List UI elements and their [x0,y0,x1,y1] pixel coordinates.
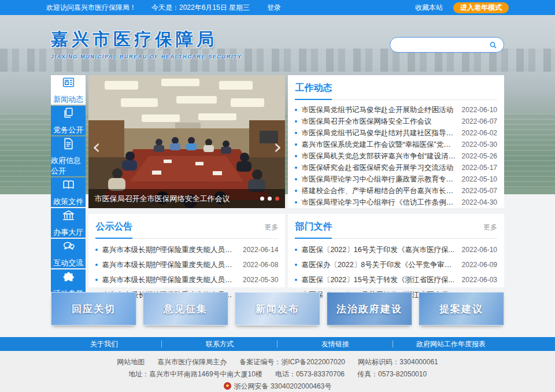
list-item[interactable]: 市医保局党组书记马俊华赴结对共建社区指导全国文...2022-06-02 [295,127,497,139]
list-item[interactable]: 嘉兴市本级长期护理保险重度失能人员名单公示（2...2022-06-14 [95,242,278,257]
list-item[interactable]: 嘉医保办〔2022〕8号关于印发《公平竞争审查...2022-06-09 [295,257,497,272]
banner-opinion-collection[interactable]: 意见征集 [143,292,228,326]
carousel-prev-icon[interactable]: ‹ [92,136,100,157]
bullet-icon [295,201,297,204]
carousel-photo [88,75,285,208]
quick-banner-row: 回应关切 意见征集 新闻发布 法治政府建设 提案建议 [51,292,504,326]
public-notices-section: 公示公告 更多 嘉兴市本级长期护理保险重度失能人员名单公示（2...2022-0… [88,214,285,287]
carousel-next-icon[interactable]: › [273,136,282,157]
document-icon [61,136,76,153]
sidebar-item-policy-files[interactable]: 政策文件 [51,177,86,207]
elder-mode-button[interactable]: 进入老年模式 [453,2,509,13]
list-item[interactable]: 嘉医保〔2022〕16号关于印发《嘉兴市医疗保...2022-06-10 [295,242,497,257]
sidebar-item-service-hall[interactable]: 办事大厅 [51,208,86,238]
fax-text: 传真：0573-82050010 [357,368,427,380]
item-date: 2022-05-26 [462,152,497,160]
list-item[interactable]: 市医保局机关党总支部获评嘉兴市争创“建设清廉机...2022-05-26 [295,150,497,162]
news-carousel[interactable]: ‹ › 市医保局召开全市医保网络安全工作会议 [88,75,285,208]
list-item[interactable]: 搭建校企合作、产学研相结合的平台嘉兴市长期护理...2022-05-07 [295,185,497,197]
footer-link-about[interactable]: 关于我们 [46,337,162,351]
favorite-site-link[interactable]: 收藏本站 [415,3,443,13]
sidebar-item-label: 办事大厅 [53,227,83,238]
item-date: 2022-06-10 [462,246,497,254]
bullet-icon [295,109,297,111]
carousel-dot-active[interactable] [275,197,279,201]
carousel-dot[interactable] [268,197,272,201]
footer-nav: 关于我们 联系方式 友情链接 政府网站工作年度报表 [0,337,555,351]
item-date: 2022-06-03 [462,276,497,284]
item-date: 2022-05-30 [243,276,278,284]
documents-more-link[interactable]: 更多 [483,223,497,232]
bullet-icon [295,120,297,123]
bank-icon [61,208,76,224]
bullet-icon [295,264,297,266]
item-title: 市医保局理论学习中心组举行《信访工作条例》专题... [301,198,456,208]
site-code: 网站标识码：3304000061 [358,356,438,368]
list-item[interactable]: 市医保研究会赴省医保研究会开展学习交流活动2022-05-17 [295,162,497,173]
bullet-icon [295,178,297,180]
item-date: 2022-05-10 [462,175,497,183]
bullet-icon [295,143,297,146]
carousel-dot[interactable] [260,197,264,201]
sidebar-item-label: 政策文件 [53,197,83,207]
carousel-caption[interactable]: 市医保局召开全市医保网络安全工作会议 [94,194,256,204]
topbar: 欢迎访问嘉兴市医疗保障局！ 今天是：2022年6月15日 星期三 登录 收藏本站… [0,0,555,15]
bullet-icon [295,167,297,169]
item-title: 市医保研究会赴省医保研究会开展学习交流活动 [301,163,456,173]
bullet-icon [295,249,297,251]
bullet-icon [95,264,98,266]
list-item[interactable]: 嘉医保〔2022〕15号关于转发《浙江省医疗保...2022-06-03 [295,272,497,287]
item-date: 2022-06-08 [243,261,278,269]
item-title: 嘉医保〔2022〕15号关于转发《浙江省医疗保... [301,275,456,285]
security-badge-icon [224,382,231,390]
list-item[interactable]: 市医保局召开全市医保网络安全工作会议2022-06-07 [295,116,497,127]
section-title-documents: 部门文件 [295,221,332,233]
footer-link-annual-report[interactable]: 政府网站工作年度报表 [393,337,509,351]
security-record-text: 浙公网安备 33040202000463号 [234,382,332,390]
bullet-icon [295,190,297,192]
newspaper-icon [61,75,76,91]
list-item[interactable]: 嘉兴市本级长期护理保险重度失能人员名单公示（2...2022-06-08 [95,257,278,272]
login-link[interactable]: 登录 [267,3,281,13]
footer-link-contact[interactable]: 联系方式 [162,337,278,351]
notices-more-link[interactable]: 更多 [264,223,278,232]
sidebar-item-party-affairs[interactable]: 党务公开 [51,106,86,135]
chat-icon [61,239,76,255]
banner-respond-concerns[interactable]: 回应关切 [51,292,136,326]
site-title: 嘉兴市医疗保障局 [51,28,242,51]
list-item[interactable]: 市医保局党组书记马俊华赴企开展助企纾困活动2022-06-10 [295,104,497,116]
item-date: 2022-04-30 [462,198,497,206]
welcome-text: 欢迎访问嘉兴市医疗保障局！ [46,3,136,13]
icp-number: 备案证编号：浙ICP备2022007020 [239,356,345,368]
search-box [390,37,504,53]
security-record[interactable]: 浙公网安备 33040202000463号 [224,380,332,392]
sidebar-item-label: 党务公开 [53,125,83,135]
list-item[interactable]: 市医保局理论学习中心组举行《信访工作条例》专题...2022-04-30 [295,197,497,208]
banner-rule-of-law[interactable]: 法治政府建设 [327,292,412,326]
search-input[interactable] [397,41,488,49]
sidebar-item-news[interactable]: 新闻动态 [51,75,86,105]
item-title: 嘉兴市本级长期护理保险重度失能人员名单公示（2... [102,275,237,285]
item-title: 嘉兴市本级长期护理保险重度失能人员名单公示（2... [102,245,237,255]
sidebar-item-label: 新闻动态 [53,94,83,105]
item-date: 2022-06-10 [462,106,497,114]
list-item[interactable]: 市医保局理论学习中心组举行廉政警示教育专题学习...2022-05-10 [295,173,497,185]
puzzle-icon [61,269,76,286]
item-title: 市医保局机关党总支部获评嘉兴市争创“建设清廉机... [301,151,456,161]
site-logo[interactable]: 嘉兴市医疗保障局 JIAXING MUNICIPAL BUREAU OF HEA… [51,28,242,60]
list-item[interactable]: 嘉兴市本级长期护理保险重度失能人员名单公示（2...2022-05-30 [95,272,278,287]
sitemap-link[interactable]: 网站地图 [117,356,145,368]
department-documents-section: 部门文件 更多 嘉医保〔2022〕16号关于印发《嘉兴市医疗保...2022-0… [288,214,504,287]
item-date: 2022-06-02 [462,129,497,137]
footer-link-friendly-links[interactable]: 友情链接 [278,337,393,351]
search-icon[interactable] [488,40,498,50]
banner-proposals[interactable]: 提案建议 [419,292,504,326]
sponsor-text: 嘉兴市医疗保障局主办 [157,356,227,368]
sidebar-item-gov-info[interactable]: 政府信息公开 [51,136,86,176]
item-date: 2022-05-07 [462,187,497,195]
list-item[interactable]: 嘉兴市医保系统党建工作会议暨“幸福医保”党建联...2022-05-30 [295,139,497,150]
item-title: 市医保局党组书记马俊华赴企开展助企纾困活动 [301,105,456,115]
banner-news-release[interactable]: 新闻发布 [235,292,320,326]
sidebar-item-interaction[interactable]: 互动交流 [51,239,86,268]
item-title: 搭建校企合作、产学研相结合的平台嘉兴市长期护理... [301,186,456,196]
